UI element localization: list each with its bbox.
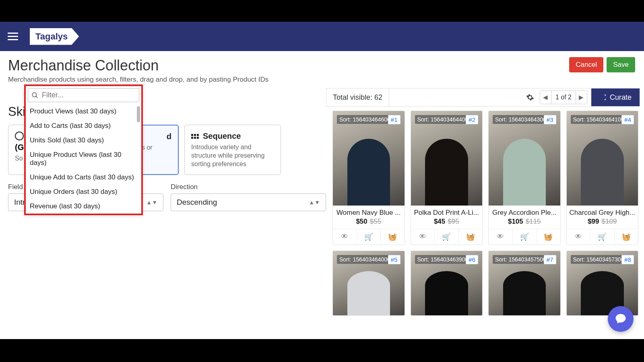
sort-label: Sort: 1564034640000	[337, 255, 396, 264]
basket-icon[interactable]: 🧺	[459, 229, 483, 245]
card-sequence-title: Sequence	[203, 132, 241, 141]
curate-button[interactable]: Curate	[591, 88, 640, 106]
total-visible-label: Total visible: 62	[326, 88, 389, 106]
card-sequence-desc: Introduce variety and structure while pr…	[191, 143, 274, 168]
direction-select-value: Descending	[177, 198, 217, 207]
globe-icon	[15, 132, 24, 140]
card-field-title-partial: d	[167, 132, 171, 141]
logo: Tagalys	[30, 28, 79, 45]
search-icon	[31, 92, 39, 99]
main-content: Merchandise Collection Merchandise produ…	[0, 51, 644, 339]
svg-line-1	[36, 96, 37, 98]
top-bar: Tagalys	[0, 22, 644, 51]
sort-option-sequence[interactable]: Sequence Introduce variety and structure…	[184, 125, 281, 175]
views-icon[interactable]: 👁	[333, 229, 357, 245]
chat-launcher[interactable]	[608, 306, 634, 332]
basket-icon[interactable]: 🧺	[537, 229, 560, 245]
field-dropdown-menu: Product Views (last 30 days)Add to Carts…	[24, 84, 143, 215]
views-icon[interactable]: 👁	[411, 229, 435, 245]
sort-label: Sort: 1564034575000	[493, 255, 552, 264]
views-icon[interactable]: 👁	[489, 229, 513, 245]
rank-badge: #2	[466, 115, 478, 124]
sort-label: Sort: 1564034644000	[415, 115, 474, 124]
rank-badge: #4	[621, 115, 634, 124]
rank-badge: #5	[388, 255, 400, 264]
product-image	[411, 111, 483, 206]
product-price: $105$115	[489, 217, 560, 229]
dropdown-item[interactable]: Unique Orders (last 30 days)	[26, 185, 141, 199]
rank-badge: #7	[544, 255, 556, 264]
product-card[interactable]: Sort: 1564034575000#7👁🛒🧺	[488, 251, 561, 316]
basket-icon[interactable]: 🧺	[381, 229, 405, 245]
sort-label: Sort: 1564034643000	[493, 115, 552, 124]
direction-label: Direction	[171, 183, 326, 191]
views-icon[interactable]: 👁	[567, 229, 591, 245]
product-price: $50$55	[333, 217, 405, 229]
page-indicator: 1 of 2	[551, 94, 576, 101]
product-toolbar: Total visible: 62 ◀ 1 of 2 ▶ Curate	[326, 88, 640, 107]
cart-icon[interactable]: 🛒	[435, 229, 459, 245]
dropdown-item[interactable]: Revenue (last 30 days)	[26, 199, 141, 214]
cart-icon[interactable]: 🛒	[513, 229, 537, 245]
cart-icon[interactable]: 🛒	[590, 229, 615, 245]
product-card[interactable]: Sort: 1564034646000#1Women Navy Blue ...…	[332, 111, 405, 245]
product-price: $45$95	[411, 217, 483, 229]
product-price: $99$109	[567, 217, 638, 229]
rank-badge: #1	[388, 115, 400, 124]
sort-label: Sort: 1564034641000	[571, 115, 630, 124]
caret-icon: ▲▼	[309, 199, 320, 206]
save-button[interactable]: Save	[607, 57, 635, 72]
product-card[interactable]: Sort: 1564034640000#5👁🛒🧺	[332, 251, 405, 316]
rank-badge: #8	[621, 255, 634, 264]
product-image	[489, 111, 560, 206]
dropdown-item[interactable]: Unique Add to Carts (last 30 days)	[26, 170, 141, 185]
next-page-button[interactable]: ▶	[576, 91, 587, 104]
product-card[interactable]: Sort: 1564034573000#8👁🛒🧺	[566, 251, 639, 316]
basket-icon[interactable]: 🧺	[615, 229, 638, 245]
cancel-button[interactable]: Cancel	[569, 57, 603, 72]
curate-label: Curate	[610, 93, 632, 102]
cart-icon[interactable]: 🛒	[357, 229, 381, 245]
product-title: Charcoal Grey High...	[567, 206, 638, 217]
svg-point-0	[32, 93, 37, 97]
page-title: Merchandise Collection	[8, 57, 636, 74]
rank-badge: #3	[544, 115, 556, 124]
product-card[interactable]: Sort: 1564034639000#6👁🛒🧺	[411, 251, 483, 316]
product-image	[333, 111, 405, 206]
product-card[interactable]: Sort: 1564034644000#2Polka Dot Print A-L…	[411, 111, 483, 245]
pagination: ◀ 1 of 2 ▶	[540, 90, 587, 104]
scrollbar-thumb[interactable]	[137, 106, 140, 122]
dropdown-item[interactable]: Product Views (last 30 days)	[26, 104, 141, 119]
product-image	[567, 111, 638, 206]
grid-icon	[191, 134, 199, 139]
product-card[interactable]: Sort: 1564034641000#4Charcoal Grey High.…	[566, 111, 639, 245]
product-title: Polka Dot Print A-Li...	[411, 206, 483, 217]
prev-page-button[interactable]: ◀	[540, 91, 551, 104]
dropdown-item[interactable]: Unique Product Views (last 30 days)	[26, 148, 141, 170]
filter-input-wrapper	[28, 88, 139, 102]
sort-label: Sort: 1564034646000	[337, 115, 396, 124]
filter-input[interactable]	[42, 91, 136, 99]
gear-icon[interactable]	[526, 93, 534, 101]
dropdown-item[interactable]: Add to Carts (last 30 days)	[26, 119, 141, 133]
rank-badge: #6	[466, 255, 478, 264]
caret-icon: ▲▼	[146, 199, 157, 206]
menu-button[interactable]	[6, 30, 20, 43]
dropdown-item[interactable]: Units Sold (last 30 days)	[26, 133, 141, 148]
product-card[interactable]: Sort: 1564034643000#3Grey Accordion Ple.…	[488, 111, 561, 245]
product-title: Grey Accordion Ple...	[489, 206, 560, 217]
direction-select[interactable]: Descending ▲▼	[171, 193, 326, 211]
shuffle-icon	[599, 94, 607, 101]
sort-label: Sort: 1564034639000	[415, 255, 474, 264]
product-title: Women Navy Blue ...	[333, 206, 405, 217]
sort-label: Sort: 1564034573000	[571, 255, 630, 264]
chat-icon	[615, 313, 627, 325]
